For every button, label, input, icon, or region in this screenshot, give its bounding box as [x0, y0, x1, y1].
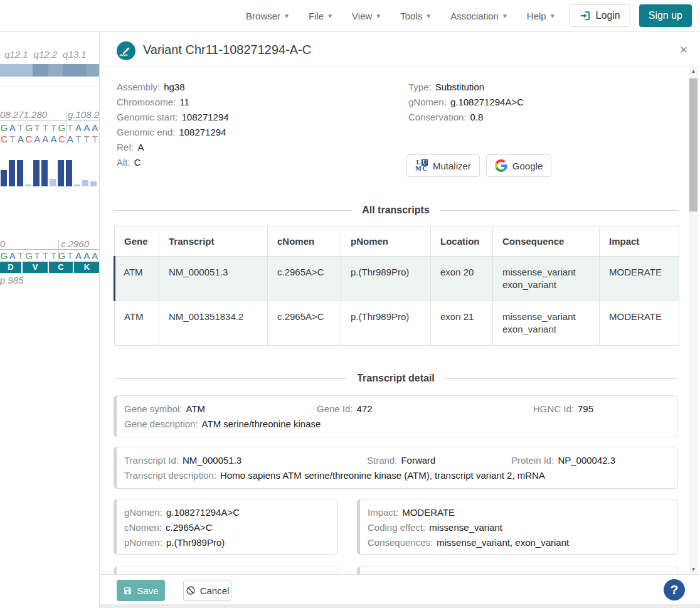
chevron-down-icon: ▼ [284, 13, 290, 19]
modal-title: Variant Chr11-108271294-A-C [143, 43, 311, 57]
amino-acid-box: V [23, 262, 48, 273]
base-T: T [41, 250, 50, 261]
base-G: G [0, 122, 8, 133]
field-protein-id: Protein Id:NP_000042.3 [511, 453, 615, 468]
chevron-down-icon: ▼ [425, 13, 432, 19]
col-pnomen: pNomen [341, 227, 431, 257]
mutalizer-button[interactable]: LUMC Mutalizer [406, 154, 480, 177]
coverage-track[interactable] [1, 160, 99, 186]
base-A: A [50, 134, 58, 144]
coverage-bar [66, 160, 72, 186]
field-gene-symbol: Gene symbol:ATM [124, 402, 317, 417]
coverage-bar [41, 160, 48, 186]
cytoband-label: q12.1 [4, 49, 28, 60]
variant-modal: Variant Chr11-108271294-A-C × Assembly:h… [99, 35, 700, 608]
chevron-down-icon: ▼ [327, 13, 333, 19]
google-button[interactable]: Google [486, 154, 551, 177]
menu-view[interactable]: View▼ [347, 7, 386, 25]
base-T: T [33, 122, 41, 133]
modal-scrollbar[interactable]: ▲ ▼ [689, 67, 698, 574]
scrollbar-thumb[interactable] [689, 78, 697, 211]
section-title: All transcripts [362, 205, 430, 216]
field-gene-description: Gene description:ATM serine/threonine ki… [124, 417, 321, 432]
coverage-bar [82, 180, 88, 186]
coverage-bar [58, 160, 64, 186]
top-navbar: Browser▼ File▼ View▼ Tools▼ Association▼… [0, 0, 700, 32]
ideogram-segment [0, 64, 33, 77]
cytoband-label: q13.1 [63, 49, 87, 60]
table-header-row: Gene Transcript cNomen pNomen Location C… [115, 227, 679, 257]
variant-pencil-icon [117, 41, 135, 60]
modal-bottom-strip [100, 604, 700, 608]
cds-coordinate-label: 0 [0, 238, 5, 249]
base-C: C [58, 134, 66, 144]
base-T: T [83, 134, 91, 144]
coverage-bar [17, 160, 23, 186]
track-separator [0, 87, 99, 87]
field-transcript-id: Transcript Id:NM_000051.3 [124, 453, 367, 468]
menu-help-label: Help [527, 11, 546, 21]
amino-acid-track: DVCK [0, 262, 99, 273]
field-type: Type:Substitution [408, 80, 524, 95]
base-G: G [24, 250, 33, 261]
table-row[interactable]: ATM NM_001351834.2 c.2965A>C p.(Thr989Pr… [115, 301, 679, 346]
col-location: Location [431, 227, 493, 257]
variant-fields-right: Type:Substitution gNomen:g.108271294A>C … [408, 80, 524, 125]
menu-association[interactable]: Association▼ [445, 7, 513, 25]
base-G: G [0, 250, 8, 261]
menu-browser[interactable]: Browser▼ [241, 7, 295, 25]
menu-tools[interactable]: Tools▼ [395, 7, 437, 25]
base-C: C [0, 134, 8, 144]
scroll-down-icon[interactable]: ▼ [689, 565, 698, 574]
field-card-gnomen: gNomen:g.108271294A>C [124, 505, 330, 520]
chromosome-ideogram[interactable] [0, 64, 99, 77]
amino-acid-box: K [74, 262, 99, 273]
modal-footer: Save Cancel ? [100, 574, 700, 604]
menu-browser-label: Browser [246, 11, 280, 21]
ideogram-segment [33, 64, 48, 77]
field-consequences: Consequences:missense_variant, exon_vari… [368, 535, 670, 550]
base-A: A [66, 134, 74, 144]
modal-body: Assembly:hg38 Chromosome:11 Genomic star… [100, 67, 700, 574]
base-G: G [58, 250, 66, 261]
cancel-ban-icon [186, 585, 196, 595]
cds-ruler-line [0, 249, 99, 250]
base-A: A [8, 250, 16, 261]
protein-position-label: p.985 [0, 275, 24, 285]
scroll-up-icon[interactable]: ▲ [689, 67, 698, 76]
base-T: T [41, 122, 50, 133]
cancel-button[interactable]: Cancel [183, 580, 231, 601]
field-conservation: Conservation:0.8 [408, 110, 524, 125]
field-coding-effect: Coding effect:missense_variant [368, 520, 670, 535]
menu-file[interactable]: File▼ [304, 7, 338, 25]
transcript-card: Transcript Id:NM_000051.3 Strand:Forward… [114, 447, 678, 489]
field-genomic-start: Genomic start:108271294 [117, 110, 229, 125]
field-card-pnomen: pNomen:p.(Thr989Pro) [124, 535, 330, 550]
base-T: T [91, 134, 99, 144]
base-A: A [33, 134, 41, 144]
coverage-bar [33, 160, 40, 186]
save-button[interactable]: Save [117, 580, 165, 601]
external-links: LUMC Mutalizer Google [406, 154, 551, 177]
gene-card: Gene symbol:ATM Gene Id:472 HGNC Id:795 … [114, 395, 678, 437]
help-button[interactable]: ? [664, 579, 685, 600]
login-button[interactable]: Login [570, 4, 630, 27]
cds-sequence-track: GATGTTTGTAAA [0, 250, 99, 261]
table-row[interactable]: ATM NM_000051.3 c.2965A>C p.(Thr989Pro) … [115, 257, 679, 301]
google-logo-icon [495, 159, 507, 172]
field-transcript-description: Transcript description:Homo sapiens ATM … [124, 468, 545, 483]
coverage-bar [90, 181, 97, 186]
base-A: A [16, 134, 24, 144]
save-icon [123, 586, 132, 595]
variant-viewer-page: { "colors": { "accent_teal": "#0f7e8c", … [0, 0, 700, 608]
close-icon[interactable]: × [676, 42, 691, 57]
menu-help[interactable]: Help▼ [522, 7, 561, 25]
cytoband-label: q12.2 [34, 49, 58, 60]
col-transcript: Transcript [159, 227, 268, 257]
signup-button[interactable]: Sign up [639, 4, 692, 27]
genomic-ruler-line [0, 120, 99, 120]
transcripts-table: Gene Transcript cNomen pNomen Location C… [114, 227, 679, 346]
login-label: Login [596, 10, 620, 21]
base-T: T [16, 122, 24, 133]
col-consequence: Consequence [493, 227, 600, 257]
